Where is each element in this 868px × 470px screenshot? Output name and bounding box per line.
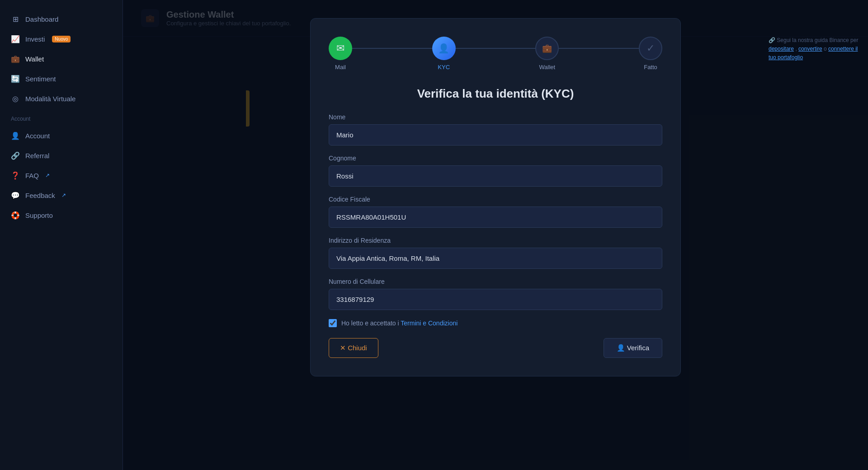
- mail-step-icon: ✉: [336, 42, 344, 54]
- wallet-icon: 💼: [11, 54, 20, 63]
- referral-icon: 🔗: [11, 151, 20, 160]
- sidebar-item-label: Feedback: [25, 192, 55, 199]
- account-section-label: Account: [0, 108, 123, 126]
- sidebar-item-label: Account: [25, 132, 50, 140]
- sidebar: ⊞ Dashboard 📈 Investi Nuovo 💼 Wallet 🔄 S…: [0, 0, 123, 470]
- sidebar-item-wallet[interactable]: 💼 Wallet: [0, 49, 123, 69]
- sidebar-item-label: Modalità Virtuale: [25, 95, 75, 103]
- terms-label: Ho letto e accettato i Termini e Condizi…: [341, 320, 458, 327]
- sidebar-item-label: Investi: [25, 35, 45, 43]
- verify-button[interactable]: 👤 Verifica: [604, 338, 662, 358]
- step-fatto: ✓ Fatto: [639, 37, 662, 70]
- sidebar-item-label: Referral: [25, 152, 49, 160]
- wallet-step-icon: 💼: [542, 43, 552, 53]
- step-wallet-label: Wallet: [539, 64, 556, 70]
- indirizzo-input[interactable]: [329, 248, 662, 269]
- codice-fiscale-input[interactable]: [329, 207, 662, 228]
- step-connector-2: [456, 48, 536, 49]
- nome-input[interactable]: [329, 124, 662, 146]
- nome-label: Nome: [329, 113, 662, 121]
- cognome-input[interactable]: [329, 165, 662, 187]
- step-wallet-circle: 💼: [535, 37, 559, 60]
- investi-icon: 📈: [11, 34, 20, 43]
- step-wallet: 💼 Wallet: [535, 37, 559, 70]
- stepper: ✉ Mail 👤 KYC 💼 Wa: [329, 37, 662, 70]
- cellulare-input[interactable]: [329, 289, 662, 310]
- sidebar-item-label: Dashboard: [25, 15, 58, 23]
- sidebar-item-faq[interactable]: ❓ FAQ ↗: [0, 165, 123, 185]
- step-fatto-label: Fatto: [644, 64, 657, 70]
- step-mail-circle: ✉: [329, 37, 352, 60]
- account-icon: 👤: [11, 131, 20, 140]
- faq-icon: ❓: [11, 171, 20, 180]
- sidebar-item-investi[interactable]: 📈 Investi Nuovo: [0, 29, 123, 49]
- dashboard-icon: ⊞: [11, 14, 20, 24]
- sidebar-item-modalita-virtuale[interactable]: ◎ Modalità Virtuale: [0, 89, 123, 108]
- main-area: 💼 Gestione Wallet Configura e gestisci l…: [123, 0, 868, 470]
- external-link-icon2: ↗: [61, 192, 66, 198]
- feedback-icon: 💬: [11, 191, 20, 200]
- terms-checkbox-row: Ho letto e accettato i Termini e Condizi…: [329, 319, 662, 327]
- indirizzo-group: Indirizzo di Residenza: [329, 237, 662, 269]
- fatto-step-icon: ✓: [646, 42, 655, 54]
- terms-link[interactable]: Termini e Condizioni: [401, 320, 458, 327]
- cellulare-group: Numero di Cellulare: [329, 278, 662, 310]
- sidebar-item-label: Sentiment: [25, 75, 56, 83]
- kyc-step-icon: 👤: [438, 43, 449, 54]
- step-kyc: 👤 KYC: [432, 37, 456, 70]
- supporto-icon: 🛟: [11, 211, 20, 220]
- deposit-link[interactable]: depositare: [769, 46, 794, 52]
- right-hint: 🔗 Segui la nostra guida Binance per depo…: [769, 36, 859, 62]
- virtual-mode-icon: ◎: [11, 94, 20, 103]
- terms-checkbox[interactable]: [329, 319, 337, 327]
- cognome-label: Cognome: [329, 155, 662, 162]
- close-button[interactable]: ✕ Chiudi: [329, 338, 378, 358]
- modal-overlay: ✉ Mail 👤 KYC 💼 Wa: [123, 0, 868, 470]
- nome-group: Nome: [329, 113, 662, 146]
- sidebar-item-referral[interactable]: 🔗 Referral: [0, 146, 123, 165]
- external-link-icon: ↗: [45, 172, 50, 179]
- kyc-modal: ✉ Mail 👤 KYC 💼 Wa: [310, 18, 681, 376]
- sidebar-item-dashboard[interactable]: ⊞ Dashboard: [0, 9, 123, 29]
- sidebar-item-label: Supporto: [25, 212, 53, 219]
- sidebar-item-label: Wallet: [25, 55, 44, 63]
- step-connector-3: [559, 48, 639, 49]
- step-mail-label: Mail: [335, 64, 346, 70]
- sidebar-item-supporto[interactable]: 🛟 Supporto: [0, 205, 123, 225]
- indirizzo-label: Indirizzo di Residenza: [329, 237, 662, 244]
- sidebar-item-sentiment[interactable]: 🔄 Sentiment: [0, 69, 123, 89]
- modal-footer: ✕ Chiudi 👤 Verifica: [329, 338, 662, 358]
- sentiment-icon: 🔄: [11, 74, 20, 83]
- sidebar-item-feedback[interactable]: 💬 Feedback ↗: [0, 185, 123, 205]
- sidebar-item-label: FAQ: [25, 172, 39, 179]
- codice-fiscale-label: Codice Fiscale: [329, 196, 662, 203]
- cognome-group: Cognome: [329, 155, 662, 187]
- step-mail: ✉ Mail: [329, 37, 352, 70]
- step-connector-1: [352, 48, 432, 49]
- convert-link[interactable]: convertire: [798, 46, 822, 52]
- modal-title: Verifica la tua identità (KYC): [329, 87, 662, 101]
- step-kyc-circle: 👤: [432, 37, 456, 60]
- sidebar-item-account[interactable]: 👤 Account: [0, 126, 123, 146]
- cellulare-label: Numero di Cellulare: [329, 278, 662, 285]
- codice-fiscale-group: Codice Fiscale: [329, 196, 662, 228]
- new-badge: Nuovo: [52, 36, 71, 42]
- step-kyc-label: KYC: [438, 64, 450, 70]
- step-fatto-circle: ✓: [639, 37, 662, 60]
